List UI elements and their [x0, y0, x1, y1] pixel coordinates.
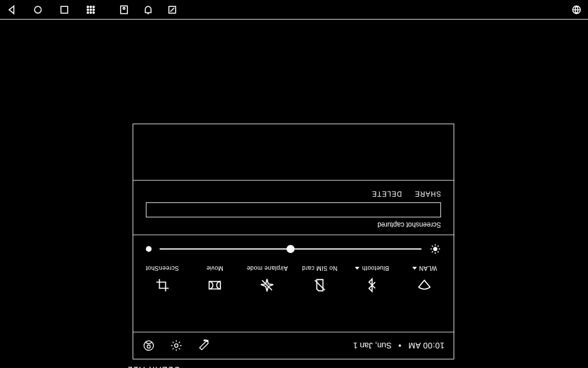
svg-point-5 [87, 9, 89, 10]
quick-settings-tiles: WLAN Bluetooth No SIM card [133, 265, 454, 298]
chevron-up-icon [412, 267, 417, 270]
svg-point-3 [90, 6, 92, 7]
delete-button[interactable]: DELETE [372, 190, 402, 198]
divider [133, 180, 454, 181]
brightness-slider[interactable] [160, 248, 421, 250]
separator-dot: • [396, 341, 404, 350]
system-bar [0, 0, 588, 20]
notification-status-icon [142, 4, 154, 16]
svg-point-8 [87, 12, 89, 13]
divider [133, 332, 454, 332]
tile-label: Bluetooth [355, 265, 389, 272]
tile-movie[interactable]: Movie [189, 265, 240, 296]
shade-status-row: 10:00 AM • Sun, Jan 1 [133, 332, 454, 359]
tile-label: Movie [206, 265, 223, 272]
dolby-icon [207, 278, 222, 293]
notification-card[interactable]: Screenshot captured SHARE DELETE [141, 185, 446, 232]
chevron-up-icon [355, 267, 359, 270]
sim-off-icon [312, 278, 327, 293]
svg-point-2 [87, 6, 89, 7]
svg-point-16 [206, 340, 207, 341]
svg-point-15 [207, 340, 208, 342]
date-text: Sun, Jan 1 [353, 341, 392, 350]
notification-actions: SHARE DELETE [146, 190, 441, 198]
shade-panel: 10:00 AM • Sun, Jan 1 WLAN [133, 124, 454, 359]
svg-point-22 [434, 247, 438, 251]
slider-thumb[interactable] [287, 245, 295, 253]
brightness-low-icon [146, 246, 152, 252]
brightness-high-icon [430, 243, 441, 255]
recents-icon[interactable] [59, 4, 70, 16]
edit-status-icon [167, 4, 178, 16]
svg-point-18 [175, 344, 178, 347]
spacer-row [133, 298, 454, 332]
tile-wlan[interactable]: WLAN [399, 265, 450, 296]
notification-thumbnail [146, 202, 441, 217]
apps-grid-icon[interactable] [85, 4, 96, 16]
shade-empty-area [133, 124, 454, 180]
svg-point-0 [34, 6, 41, 13]
nav-buttons [6, 4, 96, 16]
share-button[interactable]: SHARE [415, 190, 441, 198]
divider [133, 235, 454, 235]
svg-point-9 [90, 12, 92, 13]
settings-gear-icon[interactable] [170, 339, 183, 352]
svg-point-7 [93, 9, 95, 10]
crop-icon [155, 278, 170, 293]
clear-all-button[interactable]: CLEAR ALL [127, 365, 180, 368]
notification-shade: CLEAR ALL 10:00 AM • Sun, Jan 1 [133, 124, 454, 359]
tile-sim[interactable]: No SIM card [294, 265, 345, 296]
clock-text: 10:00 AM [408, 341, 444, 350]
tile-label: WLAN [412, 265, 438, 272]
svg-point-12 [123, 7, 125, 9]
svg-rect-21 [209, 282, 220, 289]
user-account-icon[interactable] [142, 339, 155, 352]
brightness-row [133, 235, 454, 265]
svg-point-20 [147, 345, 150, 348]
tile-airplane[interactable]: Airplane mode [242, 265, 293, 296]
svg-rect-1 [61, 6, 68, 13]
home-icon[interactable] [32, 4, 44, 16]
bluetooth-icon [365, 278, 380, 293]
tile-label: ScreenShot [146, 265, 179, 272]
airplane-icon [260, 278, 274, 293]
svg-point-6 [90, 9, 92, 10]
svg-point-17 [204, 340, 205, 341]
tile-label: Airplane mode [247, 265, 288, 272]
tile-bluetooth[interactable]: Bluetooth [346, 265, 397, 296]
wifi-icon [417, 278, 432, 293]
svg-point-10 [93, 12, 95, 13]
notification-title: Screenshot captured [146, 221, 441, 229]
tile-label: No SIM card [302, 265, 338, 272]
edit-tiles-icon[interactable] [198, 339, 210, 352]
svg-point-4 [93, 6, 95, 7]
screenshot-status-icon [118, 4, 130, 16]
statusbar-app-icons [118, 4, 178, 16]
back-icon[interactable] [6, 4, 17, 16]
tile-screenshot[interactable]: ScreenShot [137, 265, 188, 296]
globe-icon[interactable] [571, 4, 582, 16]
